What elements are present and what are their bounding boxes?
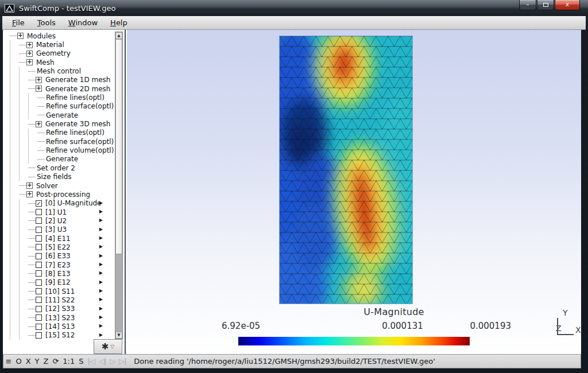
tree-scrollbar[interactable]: ▲ ▼ bbox=[115, 32, 123, 339]
scroll-up-icon[interactable]: ▲ bbox=[115, 32, 122, 39]
checkbox-unchecked-icon[interactable] bbox=[36, 244, 42, 250]
submenu-arrow-icon[interactable]: ▶ bbox=[99, 288, 103, 293]
submenu-arrow-icon[interactable]: ▶ bbox=[99, 244, 103, 249]
tree-item-13-s23[interactable]: [13] S23▶ bbox=[3, 313, 115, 322]
tree-item-6-e33[interactable]: [6] E33▶ bbox=[3, 252, 115, 261]
expand-plus-icon[interactable]: + bbox=[26, 42, 33, 48]
submenu-arrow-icon[interactable]: ▶ bbox=[99, 323, 103, 328]
tree-item-15-s12[interactable]: [15] S12▶ bbox=[3, 331, 115, 340]
tree-item-4-e11[interactable]: [4] E11▶ bbox=[3, 234, 115, 243]
checkbox-unchecked-icon[interactable] bbox=[36, 306, 42, 312]
submenu-arrow-icon[interactable]: ▶ bbox=[99, 235, 103, 240]
submenu-arrow-icon[interactable]: ▶ bbox=[99, 200, 103, 205]
statusbar-button-sym[interactable]: ⟳ bbox=[51, 357, 61, 366]
submenu-arrow-icon[interactable]: ▶ bbox=[99, 314, 103, 320]
menu-item-tools[interactable]: Tools bbox=[31, 17, 62, 29]
tree-item-post-processing[interactable]: +Post-processing bbox=[3, 190, 115, 199]
checkbox-unchecked-icon[interactable] bbox=[36, 332, 42, 339]
checkbox-unchecked-icon[interactable] bbox=[36, 253, 42, 259]
tree-item-1-u1[interactable]: [1] U1▶ bbox=[3, 208, 115, 216]
tree-item-solver[interactable]: +Solver bbox=[3, 181, 115, 190]
tree-item-size-fields[interactable]: Size fields bbox=[3, 173, 115, 181]
checkbox-unchecked-icon[interactable] bbox=[36, 279, 42, 286]
tree-item-12-s33[interactable]: [12] S33▶ bbox=[3, 305, 115, 313]
tree-item-generate-3d-mesh[interactable]: +Generate 3D mesh bbox=[3, 119, 115, 128]
checkbox-checked-icon[interactable]: ✓ bbox=[36, 200, 42, 207]
statusbar-button-O[interactable]: O bbox=[14, 357, 24, 366]
menu-item-file[interactable]: File bbox=[6, 17, 31, 29]
checkbox-unchecked-icon[interactable] bbox=[36, 324, 42, 330]
submenu-arrow-icon[interactable]: ▶ bbox=[99, 306, 103, 311]
maximize-button[interactable] bbox=[537, 0, 554, 10]
close-button[interactable]: x bbox=[555, 0, 580, 10]
checkbox-unchecked-icon[interactable] bbox=[36, 314, 42, 321]
submenu-arrow-icon[interactable]: ▶ bbox=[99, 279, 103, 285]
mesh-viewport[interactable] bbox=[279, 36, 413, 304]
tree-item-5-e22[interactable]: [5] E22▶ bbox=[3, 243, 115, 251]
scroll-down-icon[interactable]: ▼ bbox=[115, 332, 122, 339]
statusbar-button-Y[interactable]: Y bbox=[33, 357, 41, 366]
playback-icon[interactable]: |◁ bbox=[86, 357, 96, 366]
submenu-arrow-icon[interactable]: ▶ bbox=[99, 253, 103, 258]
checkbox-unchecked-icon[interactable] bbox=[36, 270, 42, 277]
tree-item-material[interactable]: +Material bbox=[3, 40, 115, 49]
submenu-arrow-icon[interactable]: ▶ bbox=[99, 209, 103, 214]
tree-item-generate[interactable]: Generate bbox=[3, 111, 115, 119]
statusbar-button-Z[interactable]: Z bbox=[41, 357, 51, 366]
expand-plus-icon[interactable]: + bbox=[36, 121, 42, 127]
graphics-canvas[interactable]: U-Magnitude 6.92e-05 0.000131 0.000193 Y… bbox=[127, 30, 581, 354]
tree-item-geometry[interactable]: +Geometry bbox=[3, 49, 115, 58]
checkbox-unchecked-icon[interactable] bbox=[36, 209, 42, 215]
minimize-button[interactable]: – bbox=[519, 0, 536, 10]
tree-item-generate-2d-mesh[interactable]: +Generate 2D mesh bbox=[3, 84, 115, 93]
submenu-arrow-icon[interactable]: ▶ bbox=[99, 227, 103, 232]
checkbox-unchecked-icon[interactable] bbox=[36, 217, 42, 224]
tree-item-mesh[interactable]: +Mesh bbox=[3, 58, 115, 67]
scrollbar-thumb[interactable] bbox=[115, 39, 122, 254]
tree-item-refine-surface-optl[interactable]: Refine surface(optl) bbox=[3, 102, 115, 111]
tree-item-10-s11[interactable]: [10] S11▶ bbox=[3, 287, 115, 296]
submenu-arrow-icon[interactable]: ▶ bbox=[99, 270, 103, 275]
statusbar-button-1:1[interactable]: 1:1 bbox=[61, 357, 77, 366]
statusbar-button-S[interactable]: S bbox=[77, 357, 86, 366]
tree-item-mesh-control[interactable]: Mesh control bbox=[3, 67, 115, 75]
submenu-arrow-icon[interactable]: ▶ bbox=[99, 217, 103, 223]
tree-item-11-s22[interactable]: [11] S22▶ bbox=[3, 296, 115, 304]
tree-item-refine-lines-optl[interactable]: Refine lines(optl) bbox=[3, 129, 115, 137]
expand-plus-icon[interactable]: + bbox=[26, 50, 33, 57]
playback-icon[interactable]: ▷| bbox=[117, 357, 128, 366]
statusbar-button-sym[interactable]: ≡ bbox=[3, 357, 14, 366]
tree-item-set-order-2[interactable]: Set order 2 bbox=[3, 164, 115, 172]
tree-item-refine-volume-optl[interactable]: Refine volume(optl) bbox=[3, 146, 115, 154]
menu-item-window[interactable]: Window bbox=[62, 17, 104, 29]
playback-icon[interactable]: ▷ bbox=[108, 357, 117, 366]
checkbox-unchecked-icon[interactable] bbox=[36, 227, 42, 233]
submenu-arrow-icon[interactable]: ▶ bbox=[99, 332, 103, 337]
tree-item-7-e23[interactable]: [7] E23▶ bbox=[3, 261, 115, 269]
expand-plus-icon[interactable]: + bbox=[26, 59, 33, 65]
tree-options-button[interactable]: ✱ ▽ bbox=[94, 339, 122, 354]
tree-item-9-e12[interactable]: [9] E12▶ bbox=[3, 278, 115, 287]
expand-plus-icon[interactable]: + bbox=[26, 191, 33, 197]
tree-item-3-u3[interactable]: [3] U3▶ bbox=[3, 226, 115, 234]
tree-item-refine-surface-optl[interactable]: Refine surface(optl) bbox=[3, 137, 115, 146]
expand-plus-icon[interactable]: + bbox=[36, 86, 42, 92]
tree-item-14-s13[interactable]: [14] S13▶ bbox=[3, 322, 115, 331]
tree-item-0-u-magnitude[interactable]: ✓[0] U-Magnitude▶ bbox=[3, 199, 115, 208]
playback-icon[interactable]: ◁| bbox=[96, 357, 107, 366]
tree-item-modules[interactable]: +Modules bbox=[3, 32, 115, 40]
tree-item-refine-lines-optl[interactable]: Refine lines(optl) bbox=[3, 93, 115, 102]
expand-plus-icon[interactable]: + bbox=[36, 77, 42, 83]
checkbox-unchecked-icon[interactable] bbox=[36, 288, 42, 294]
submenu-arrow-icon[interactable]: ▶ bbox=[99, 297, 103, 302]
menu-item-help[interactable]: Help bbox=[104, 17, 134, 29]
expand-plus-icon[interactable]: + bbox=[26, 182, 33, 189]
tree-item-2-u2[interactable]: [2] U2▶ bbox=[3, 216, 115, 225]
checkbox-unchecked-icon[interactable] bbox=[36, 262, 42, 268]
checkbox-unchecked-icon[interactable] bbox=[36, 235, 42, 242]
expand-plus-icon[interactable]: + bbox=[17, 33, 24, 39]
tree-item-8-e13[interactable]: [8] E13▶ bbox=[3, 269, 115, 278]
checkbox-unchecked-icon[interactable] bbox=[36, 297, 42, 303]
submenu-arrow-icon[interactable]: ▶ bbox=[99, 262, 103, 267]
tree-item-generate-1d-mesh[interactable]: +Generate 1D mesh bbox=[3, 76, 115, 84]
